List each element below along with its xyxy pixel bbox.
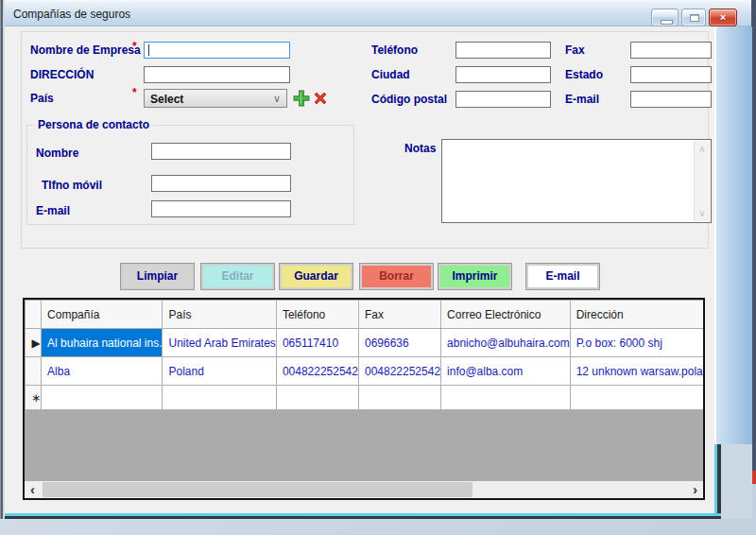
table-row-new: ∗ xyxy=(26,386,706,410)
postal-code-input[interactable] xyxy=(455,91,551,108)
country-select[interactable]: Select ∨ xyxy=(144,89,287,108)
address-label: DIRECCIÓN xyxy=(30,68,94,81)
phone-label: Teléfono xyxy=(371,43,418,57)
row-selector-new[interactable]: ∗ xyxy=(26,386,42,410)
save-button[interactable]: Guardar xyxy=(280,264,352,289)
edit-button[interactable]: Editar xyxy=(201,264,274,289)
window-right-border xyxy=(714,26,752,444)
phone-input[interactable] xyxy=(455,42,551,59)
grid-cell[interactable] xyxy=(358,386,440,410)
window-title: Compañías de seguros xyxy=(13,8,130,21)
grid-header-row: Compañía País Teléfono Fax Correo Electr… xyxy=(26,301,706,329)
chevron-down-icon: ∨ xyxy=(273,93,281,105)
delete-button[interactable]: Borrar xyxy=(360,264,433,289)
city-input[interactable] xyxy=(455,66,551,83)
scroll-down-icon: ∨ xyxy=(695,208,710,218)
column-header-phone[interactable]: Teléfono xyxy=(276,301,358,329)
grid-cell[interactable] xyxy=(570,386,705,410)
maximize-icon xyxy=(690,14,699,22)
desktop-fragment xyxy=(721,444,752,519)
country-selected-value: Select xyxy=(150,93,183,106)
table-row: Alba Poland 004822252542 004822252542 in… xyxy=(26,357,706,386)
grid-cell[interactable] xyxy=(441,386,571,410)
contact-name-input[interactable] xyxy=(151,143,291,160)
country-label: País xyxy=(30,92,54,105)
grid-cell[interactable]: 0696636 xyxy=(358,329,440,357)
contact-email-input[interactable] xyxy=(151,200,291,217)
grid-cell[interactable]: 004822252542 xyxy=(276,357,358,386)
scroll-left-icon[interactable]: ‹ xyxy=(25,481,41,498)
city-label: Ciudad xyxy=(371,68,410,81)
company-required-mark: * xyxy=(132,40,137,53)
text-caret xyxy=(148,44,149,56)
contact-name-label: Nombre xyxy=(36,147,78,160)
fax-input[interactable] xyxy=(630,42,712,59)
grid-cell[interactable]: 004822252542 xyxy=(358,357,440,386)
title-bar[interactable]: Compañías de seguros xyxy=(0,0,751,26)
email-input[interactable] xyxy=(630,91,712,108)
grid-cell[interactable]: Poland xyxy=(163,357,276,386)
row-selector-current[interactable]: ▶ xyxy=(26,329,42,357)
scroll-up-icon: ∧ xyxy=(695,144,710,154)
email-label: E-mail xyxy=(565,93,599,106)
fax-label: Fax xyxy=(565,43,585,57)
column-header-address[interactable]: Dirección xyxy=(570,301,705,329)
maximize-button[interactable] xyxy=(681,9,706,26)
print-button[interactable]: Imprimir xyxy=(438,264,511,289)
window-border-line xyxy=(0,516,721,519)
contact-group-title: Persona de contacto xyxy=(34,118,153,131)
grid-cell[interactable]: Alba xyxy=(42,357,163,386)
contact-mobile-input[interactable] xyxy=(151,175,291,192)
grid-cell[interactable] xyxy=(163,386,276,410)
window-left-border xyxy=(0,0,5,519)
company-name-input[interactable] xyxy=(144,42,290,59)
horizontal-scrollbar[interactable]: ‹ › xyxy=(25,481,703,498)
company-name-label: Nombre de Empresa xyxy=(30,43,141,57)
grid-corner-cell xyxy=(26,301,42,329)
notes-scrollbar: ∧ ∨ xyxy=(694,141,710,221)
scroll-right-icon[interactable]: › xyxy=(687,481,703,498)
state-input[interactable] xyxy=(630,66,712,83)
email-button[interactable]: E-mail xyxy=(526,264,599,289)
grid-cell[interactable]: 12 unknown warsaw.poland xyxy=(570,357,705,386)
companies-table: Compañía País Teléfono Fax Correo Electr… xyxy=(25,300,705,410)
grid-cell[interactable]: 065117410 xyxy=(276,329,358,357)
contact-mobile-label: Tlfno móvil xyxy=(42,179,102,192)
contact-email-label: E-mail xyxy=(36,204,70,217)
table-row: ▶ Al buhaira national ins. United Arab E… xyxy=(26,329,706,357)
close-button[interactable]: × xyxy=(709,9,737,26)
column-header-fax[interactable]: Fax xyxy=(358,301,440,329)
delete-country-icon[interactable] xyxy=(313,91,328,106)
minimize-button[interactable] xyxy=(651,9,679,26)
grid-cell[interactable]: P.o box: 6000 shj xyxy=(570,329,705,357)
notes-label: Notas xyxy=(404,142,436,155)
clear-button[interactable]: Limpiar xyxy=(121,264,194,289)
postal-code-label: Código postal xyxy=(371,93,447,106)
address-input[interactable] xyxy=(144,66,290,83)
state-label: Estado xyxy=(565,68,603,81)
add-country-icon[interactable] xyxy=(293,90,310,107)
companies-grid[interactable]: Compañía País Teléfono Fax Correo Electr… xyxy=(23,298,705,500)
grid-cell[interactable]: Al buhaira national ins. xyxy=(42,329,163,357)
grid-cell[interactable]: info@alba.com xyxy=(441,357,571,386)
column-header-email[interactable]: Correo Electrónico xyxy=(441,301,571,329)
grid-cell[interactable]: United Arab Emirates xyxy=(163,329,276,357)
column-header-company[interactable]: Compañía xyxy=(42,301,163,329)
column-header-country[interactable]: País xyxy=(163,301,276,329)
grid-cell[interactable] xyxy=(276,386,358,410)
row-selector[interactable] xyxy=(26,357,42,386)
minimize-icon xyxy=(661,20,673,25)
scrollbar-thumb[interactable] xyxy=(43,482,472,497)
notes-textarea[interactable]: ∧ ∨ xyxy=(441,139,712,223)
grid-cell[interactable] xyxy=(42,386,163,410)
grid-cell[interactable]: abnicho@albuhaira.com xyxy=(441,329,571,357)
country-required-mark: * xyxy=(132,86,137,99)
